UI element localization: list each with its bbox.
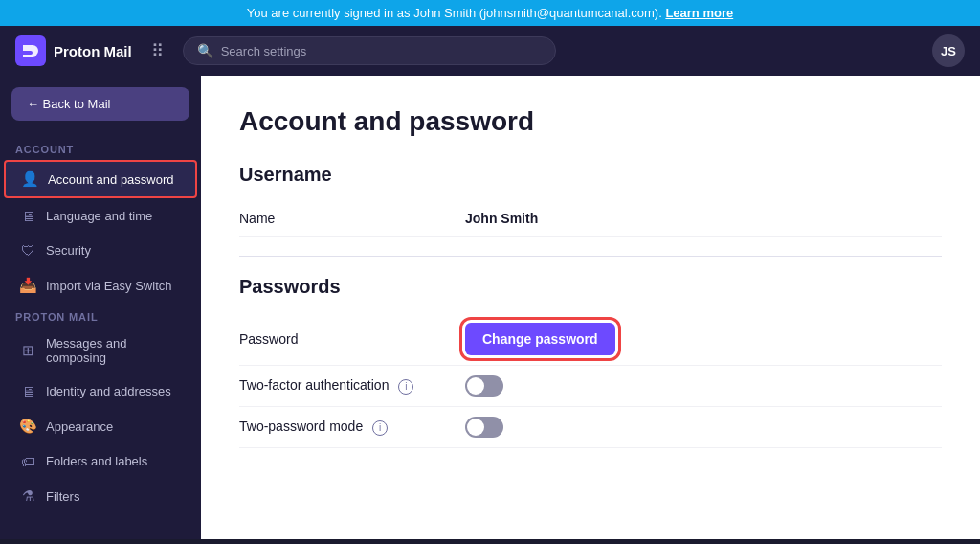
section-divider (239, 256, 942, 257)
header: Proton Mail ⠿ 🔍 JS (0, 26, 980, 76)
layout: ← Back to Mail ACCOUNT 👤 Account and pas… (0, 76, 980, 539)
two-password-mode-row: Two-password mode i (239, 407, 942, 448)
sidebar-item-identity-addresses[interactable]: 🖥 Identity and addresses (4, 374, 197, 408)
username-section-title: Username (239, 164, 942, 186)
back-to-mail-button[interactable]: ← Back to Mail (11, 87, 189, 121)
sidebar-item-label: Security (46, 243, 91, 258)
two-factor-toggle[interactable] (465, 375, 503, 397)
logo-text: Proton Mail (54, 43, 132, 59)
announcement-text: You are currently signed in as John Smit… (247, 6, 662, 20)
two-password-toggle[interactable] (465, 417, 503, 438)
learn-more-link[interactable]: Learn more (665, 6, 733, 20)
announcement-bar: You are currently signed in as John Smit… (0, 0, 980, 26)
sidebar-item-account-password[interactable]: 👤 Account and password (4, 160, 197, 198)
sidebar-item-security[interactable]: 🛡 Security (4, 234, 197, 267)
sidebar-item-filters[interactable]: ⚗ Filters (4, 479, 197, 513)
sidebar-section-protonmail: PROTON MAIL (0, 304, 201, 327)
sidebar-item-folders-labels[interactable]: 🏷 Folders and labels (4, 444, 197, 478)
passwords-section-title: Passwords (239, 276, 942, 298)
sidebar-item-label: Identity and addresses (46, 384, 171, 398)
change-password-button[interactable]: Change password (465, 323, 615, 355)
password-row: Password Change password (239, 313, 942, 366)
password-label: Password (239, 331, 450, 347)
logo-area: Proton Mail (15, 35, 132, 66)
sidebar-item-language-time[interactable]: 🖥 Language and time (4, 199, 197, 233)
search-input[interactable] (221, 44, 543, 58)
security-icon: 🛡 (19, 242, 36, 259)
search-icon: 🔍 (197, 43, 213, 58)
two-password-mode-label: Two-password mode i (239, 419, 450, 436)
sidebar-item-label: Messages and composing (46, 336, 182, 365)
messages-composing-icon: ⊞ (19, 342, 36, 359)
easy-switch-icon: 📥 (19, 277, 36, 294)
sidebar-item-messages-composing[interactable]: ⊞ Messages and composing (4, 328, 197, 374)
proton-logo-icon (15, 35, 46, 66)
sidebar-item-label: Language and time (46, 209, 152, 223)
sidebar-item-label: Filters (46, 489, 79, 504)
sidebar-item-label: Appearance (46, 419, 113, 434)
two-factor-auth-row: Two-factor authentication i (239, 366, 942, 407)
sidebar-item-label: Account and password (48, 172, 174, 187)
grid-icon[interactable]: ⠿ (147, 36, 167, 65)
two-password-info-icon[interactable]: i (372, 420, 388, 436)
two-factor-info-icon[interactable]: i (398, 379, 413, 395)
language-time-icon: 🖥 (19, 208, 36, 224)
sidebar-section-account: ACCOUNT (0, 136, 201, 159)
appearance-icon: 🎨 (19, 418, 36, 435)
two-factor-auth-label: Two-factor authentication i (239, 377, 450, 395)
filters-icon: ⚗ (19, 487, 36, 505)
page-title: Account and password (239, 106, 942, 137)
folders-labels-icon: 🏷 (19, 453, 36, 469)
account-password-icon: 👤 (21, 170, 38, 188)
name-row: Name John Smith (239, 201, 942, 237)
search-bar[interactable]: 🔍 (183, 36, 557, 65)
sidebar: ← Back to Mail ACCOUNT 👤 Account and pas… (0, 76, 201, 539)
sidebar-item-easy-switch[interactable]: 📥 Import via Easy Switch (4, 268, 197, 303)
sidebar-item-label: Import via Easy Switch (46, 279, 172, 293)
name-label: Name (239, 211, 450, 226)
avatar-button[interactable]: JS (932, 34, 965, 67)
name-value: John Smith (465, 211, 538, 226)
main-content: Account and password Username Name John … (201, 76, 980, 539)
sidebar-item-label: Folders and labels (46, 454, 147, 468)
sidebar-item-appearance[interactable]: 🎨 Appearance (4, 409, 197, 443)
identity-addresses-icon: 🖥 (19, 383, 36, 399)
